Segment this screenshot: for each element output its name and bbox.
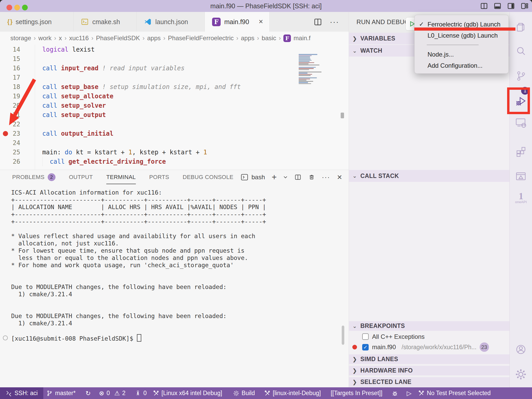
vscode-window: main.f90 — PhaseFieldSDK [SSH: aci] { }s… <box>0 0 532 399</box>
run-and-debug-icon[interactable] <box>515 95 527 107</box>
tab-settings.json[interactable]: { }settings.json <box>0 12 74 32</box>
build-targets-item[interactable]: [[Targets In Preset]] <box>331 390 382 397</box>
breadcrumb-item[interactable]: PhaseFieldFerroelectric <box>168 35 234 42</box>
customize-layout-icon[interactable] <box>521 2 528 10</box>
panel-tab-output[interactable]: OUTPUT <box>69 174 93 181</box>
call-stack-section-header[interactable]: ⌄ CALL STACK <box>349 170 510 182</box>
new-terminal-icon[interactable]: + <box>272 172 277 182</box>
simd-lanes-section-header[interactable]: ❯ SIMD LANES <box>349 354 510 364</box>
breadcrumb-item[interactable]: xuc116 <box>69 35 89 42</box>
debug-target-item[interactable] <box>392 390 398 397</box>
editor-scrollbar[interactable] <box>341 113 344 118</box>
terminal-dropdown-icon[interactable] <box>283 176 288 179</box>
editor-line-23: 23 call output_initial <box>0 129 349 138</box>
build-item[interactable]: Build <box>233 390 255 397</box>
breakpoint-exceptions-row[interactable]: All C++ Exceptions <box>349 332 510 341</box>
panel-tab-debug-console[interactable]: DEBUG CONSOLE <box>183 174 233 181</box>
split-terminal-icon[interactable] <box>294 174 302 181</box>
toggle-sidebar-icon[interactable] <box>507 2 515 10</box>
cmake-kit-item[interactable]: [Linux x64 intel Debug] <box>153 390 222 397</box>
code-text: call setup_output <box>35 110 106 120</box>
terminal-shell-label[interactable]: bash <box>251 174 265 181</box>
tab-launch.json[interactable]: launch.json <box>137 12 205 32</box>
line-number[interactable]: 24 <box>0 138 20 148</box>
code-text: logical lexist <box>35 45 95 54</box>
code-text: call get_electric_driving_force <box>35 157 166 166</box>
line-number[interactable]: 15 <box>0 54 20 64</box>
editor-line-21: 21 call setup_output <box>0 110 349 120</box>
cmake-preset-item[interactable]: [linux-intel-Debug] <box>264 390 321 397</box>
panel-tab-terminal[interactable]: TERMINAL <box>106 170 136 184</box>
explorer-icon[interactable] <box>515 21 527 33</box>
breakpoint-mainf90-row[interactable]: ✓ main.f90 /storage/work/x/xuc116/Ph... … <box>349 342 510 352</box>
tab-main.f90[interactable]: Fmain.f90✕ <box>205 12 270 32</box>
line-number[interactable]: 14 <box>0 45 20 54</box>
line-number[interactable]: 19 <box>0 92 20 101</box>
git-branch-item[interactable]: master* <box>46 390 75 397</box>
breadcrumb-item[interactable]: storage <box>10 35 31 42</box>
chevron-separator-icon: › <box>34 35 36 42</box>
kill-terminal-icon[interactable] <box>308 174 315 181</box>
breadcrumb-item[interactable]: basic <box>262 35 276 42</box>
menu-item-node-js-[interactable]: Node.js... <box>415 49 508 60</box>
code-editor[interactable]: 14 logical lexist1516 call input_read ! … <box>0 45 349 170</box>
line-number[interactable]: 21 <box>0 110 20 120</box>
split-editor-icon[interactable] <box>314 18 322 26</box>
minimap[interactable] <box>299 54 328 84</box>
launch-target-item[interactable]: ▷ <box>407 390 411 396</box>
code-text: call setup_allocate <box>35 92 113 101</box>
panel-tab-ports[interactable]: PORTS <box>149 174 169 181</box>
menu-item-l0-license-gdb-launch[interactable]: L0_License (gdb) Launch <box>415 30 508 41</box>
close-tab-icon[interactable]: ✕ <box>258 18 263 25</box>
line-number[interactable]: 25 <box>0 148 20 157</box>
cmake-tools-icon[interactable] <box>515 170 527 182</box>
menu-item-add-configuration-[interactable]: Add Configuration... <box>415 60 508 71</box>
account-icon[interactable] <box>515 343 527 355</box>
tab-cmake.sh[interactable]: cmake.sh <box>74 12 137 32</box>
menu-item-ferroelectric-gdb-launch[interactable]: ✓Ferroelectric (gdb) Launch <box>415 19 508 30</box>
breakpoint-dot-icon <box>352 345 357 349</box>
checkbox-unchecked[interactable] <box>362 333 369 340</box>
feedback-item[interactable]: 0 <box>135 390 147 397</box>
toggle-panel-icon[interactable] <box>494 2 501 10</box>
extensions-icon[interactable] <box>515 146 527 158</box>
tools-icon <box>153 390 159 396</box>
close-panel-icon[interactable]: ✕ <box>337 174 342 181</box>
breadcrumb-file[interactable]: main.f <box>293 35 310 42</box>
problems-item[interactable]: ⊗ 0 ⚠ 2 <box>99 390 125 397</box>
terminal-scrollbar[interactable] <box>342 326 344 345</box>
breakpoint-dot-icon[interactable] <box>3 131 8 136</box>
split-editor-layout-icon[interactable] <box>480 2 488 10</box>
git-sync-item[interactable]: ↻ <box>86 390 91 396</box>
breakpoint-path: /storage/work/x/xuc116/Ph... <box>402 344 477 351</box>
terminal-prompt[interactable]: [xuc116@submit-008 PhaseFieldSDK]$ <box>11 334 141 342</box>
panel-more-actions-icon[interactable]: ··· <box>322 173 330 181</box>
source-control-icon[interactable] <box>515 70 527 82</box>
selected-lane-section-header[interactable]: ❯ SELECTED LANE <box>349 377 510 387</box>
settings-gear-icon[interactable] <box>515 368 527 380</box>
line-number[interactable]: 16 <box>0 64 20 73</box>
search-icon[interactable] <box>515 45 527 57</box>
breadcrumb-item[interactable]: apps <box>147 35 161 42</box>
breadcrumb-item[interactable]: x <box>59 35 62 42</box>
more-actions-icon[interactable]: ··· <box>330 17 339 26</box>
title-bar: main.f90 — PhaseFieldSDK [SSH: aci] <box>0 0 532 12</box>
checkbox-checked[interactable]: ✓ <box>362 344 369 350</box>
line-number[interactable]: 18 <box>0 82 20 92</box>
remote-indicator[interactable]: SSH: aci <box>0 387 43 399</box>
panel-tab-problems[interactable]: PROBLEMS2 <box>12 173 55 181</box>
chevron-right-icon: ❯ <box>349 379 360 385</box>
breakpoints-section-header[interactable]: ⌄ BREAKPOINTS <box>349 321 510 331</box>
test-preset-item[interactable]: No Test Preset Selected <box>418 390 491 397</box>
line-number[interactable]: 20 <box>0 101 20 110</box>
remote-explorer-icon[interactable] <box>515 117 527 129</box>
line-number[interactable]: 17 <box>0 73 20 82</box>
line-number[interactable]: 26 <box>0 157 20 166</box>
breadcrumb-item[interactable]: work <box>38 35 52 42</box>
oneapi-icon[interactable]: 1 oneAPI <box>510 192 532 204</box>
breadcrumb-item[interactable]: apps <box>241 35 254 42</box>
hardware-info-section-header[interactable]: ❯ HARDWARE INFO <box>349 366 510 375</box>
broadcast-icon <box>135 390 141 396</box>
breadcrumb-item[interactable]: PhaseFieldSDK <box>96 35 140 42</box>
line-number[interactable]: 22 <box>0 120 20 129</box>
